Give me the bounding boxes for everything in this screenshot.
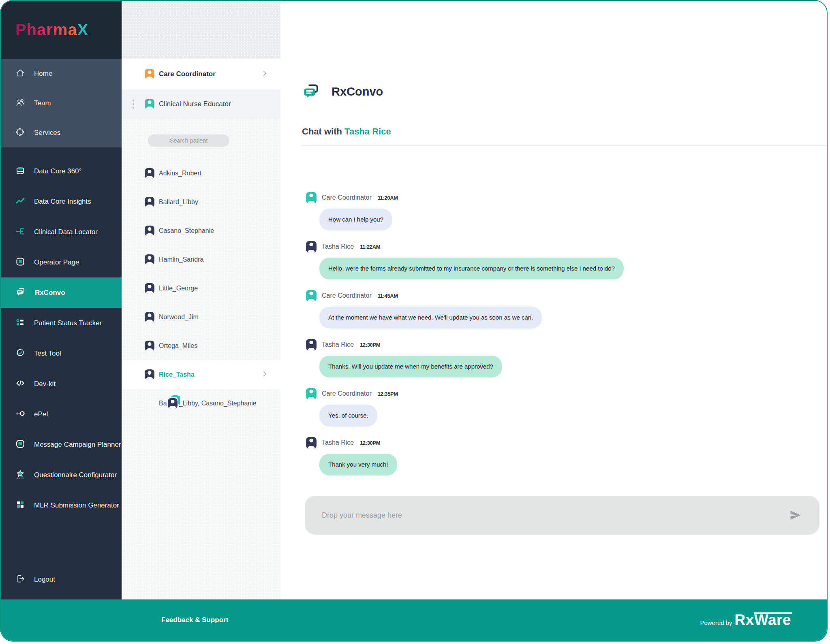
sender-avatar <box>306 437 317 449</box>
group-avatar-front <box>168 398 178 409</box>
search-patient-input[interactable] <box>148 134 229 147</box>
message-bubble: Yes, of course. <box>319 405 377 426</box>
sidebar-main-nav: Data Core 360° Data Core Insights Clinic… <box>1 156 122 520</box>
star-icon <box>15 469 25 481</box>
campaign-icon <box>15 439 25 450</box>
group-avatar <box>145 398 154 409</box>
sidebar-item-home[interactable]: Home <box>1 59 122 88</box>
message-input[interactable] <box>305 496 819 535</box>
patient-item[interactable]: Norwood_Jim <box>122 303 280 331</box>
patient-list: Adkins_Robert Ballard_Libby Casano_Steph… <box>122 159 280 418</box>
sidebar-item-patient-status-tracker[interactable]: Patient Status Tracker <box>1 308 122 338</box>
send-button[interactable] <box>789 509 802 521</box>
clinical-nurse-educator-avatar <box>145 99 154 109</box>
grid-icon <box>15 500 25 511</box>
patient-avatar <box>145 197 154 207</box>
sidebar-item-epef[interactable]: ePef <box>1 399 122 429</box>
line-chart-icon <box>15 196 25 207</box>
patient-avatar <box>145 254 154 265</box>
patient-item[interactable]: Adkins_Robert <box>122 159 280 188</box>
sender-name: Care Coordinator <box>322 292 372 299</box>
patient-group-item[interactable]: Ballard_Libby, Casano_Stephanie <box>122 389 280 418</box>
team-icon <box>15 98 25 109</box>
patient-avatar <box>145 226 154 236</box>
conversation-panel: Care Coordinator Clinical Nurse Educator… <box>122 59 280 599</box>
rxware-logo-bar <box>754 612 792 614</box>
patient-avatar <box>145 341 154 351</box>
sidebar-item-message-campaign-planner[interactable]: Message Campaign Planner <box>1 429 122 460</box>
patient-item[interactable]: Casano_Stephanie <box>122 216 280 245</box>
powered-by-label: Powered by <box>700 619 732 626</box>
logo-text-pharma: Pharma <box>15 21 77 38</box>
logout-icon <box>15 574 25 585</box>
sidebar-item-clinical-data-locator[interactable]: Clinical Data Locator <box>1 217 122 247</box>
chat-app-title: RxConvo <box>332 85 383 98</box>
sidebar: PharmaX Home Team Services Data Core 360… <box>1 1 122 599</box>
sidebar-item-label: Clinical Data Locator <box>34 228 98 236</box>
sidebar-item-label: Data Core Insights <box>34 198 91 206</box>
sidebar-item-label: ePef <box>34 410 48 418</box>
patient-item[interactable]: Hamlin_Sandra <box>122 245 280 274</box>
coordinator-label: Care Coordinator <box>159 70 216 78</box>
sidebar-item-label: Test Tool <box>34 350 61 358</box>
chat-with-heading: Chat with Tasha Rice <box>302 126 391 137</box>
chevron-right-icon <box>261 370 268 379</box>
message-bubble: Thank you very much! <box>319 454 397 476</box>
sidebar-item-data-core-insights[interactable]: Data Core Insights <box>1 186 122 217</box>
chat-message: Care Coordinator 11:45AM At the moment w… <box>306 290 811 328</box>
home-icon <box>15 68 25 79</box>
sender-avatar <box>306 290 317 302</box>
sidebar-item-data-core-360[interactable]: Data Core 360° <box>1 156 122 186</box>
sidebar-item-label: Patient Status Tracker <box>34 319 102 327</box>
message-time: 12:30PM <box>360 440 380 446</box>
sidebar-item-dev-kit[interactable]: Dev-kit <box>1 369 122 399</box>
patient-item[interactable]: Ortega_Miles <box>122 331 280 360</box>
sidebar-item-services[interactable]: Services <box>1 118 122 147</box>
message-time: 11:45AM <box>378 293 398 299</box>
sender-name: Care Coordinator <box>322 194 372 201</box>
sender-name: Tasha Rice <box>322 243 354 250</box>
toggle-icon <box>15 409 25 420</box>
patient-item-rice-tasha-selected[interactable]: Rice_Tasha <box>122 360 280 389</box>
care-coordinator-avatar <box>145 69 154 79</box>
patient-avatar <box>145 369 154 380</box>
message-time: 12:30PM <box>360 342 380 348</box>
chat-message: Tasha Rice 12:30PM Thanks. Will you upda… <box>306 339 811 377</box>
sidebar-item-mlr-submission-generator[interactable]: MLR Submission Generator <box>1 490 122 520</box>
sender-avatar <box>306 388 317 400</box>
chat-message: Tasha Rice 12:30PM Thank you very much! <box>306 437 811 476</box>
header-divider <box>302 145 827 146</box>
sidebar-item-label: MLR Submission Generator <box>34 501 119 510</box>
coordinator-item-clinical-nurse-educator[interactable]: Clinical Nurse Educator <box>122 90 280 119</box>
patient-item[interactable]: Little_George <box>122 274 280 303</box>
sender-avatar <box>306 339 317 351</box>
sidebar-top-nav: Home Team Services <box>1 59 122 147</box>
footer-bar: Feedback & Support Powered by RxWare <box>1 599 827 641</box>
message-bubble: How can I help you? <box>319 209 392 230</box>
sidebar-item-rxconvo[interactable]: RxConvo <box>1 277 122 308</box>
send-icon <box>789 516 802 522</box>
chat-with-patient-name: Tasha Rice <box>344 126 391 136</box>
patient-avatar <box>145 283 154 294</box>
logo-block: PharmaX <box>1 1 122 59</box>
patient-name: Ballard_Libby <box>159 198 198 206</box>
logout-button[interactable]: Logout <box>1 570 122 589</box>
services-icon <box>15 127 25 139</box>
sidebar-item-label: Data Core 360° <box>34 167 81 175</box>
patient-avatar <box>145 312 154 322</box>
chat-message: Care Coordinator 11:20AM How can I help … <box>306 192 811 230</box>
sidebar-item-label: Questionnaire Configurator <box>34 471 117 479</box>
sidebar-item-team[interactable]: Team <box>1 88 122 118</box>
drag-handle-dots-icon[interactable] <box>122 98 145 110</box>
coordinator-item-care-coordinator[interactable]: Care Coordinator <box>122 59 280 90</box>
patient-name: Ortega_Miles <box>159 342 197 350</box>
data-locator-icon <box>15 226 25 238</box>
sidebar-item-test-tool[interactable]: Test Tool <box>1 338 122 369</box>
sender-avatar <box>306 192 317 204</box>
feedback-support-link[interactable]: Feedback & Support <box>161 616 228 624</box>
sidebar-item-operator-page[interactable]: Operator Page <box>1 247 122 277</box>
logo-text-x: X <box>77 21 89 38</box>
sidebar-item-questionnaire-configurator[interactable]: Questionnaire Configurator <box>1 460 122 490</box>
message-bubble: At the moment we have what we need. We'l… <box>319 307 542 328</box>
patient-item[interactable]: Ballard_Libby <box>122 188 280 216</box>
